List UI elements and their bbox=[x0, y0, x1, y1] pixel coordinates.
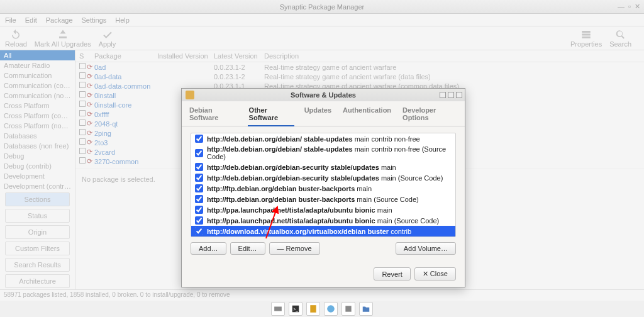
repo-checkbox[interactable] bbox=[195, 163, 203, 171]
category-item[interactable]: Communication (contrib) bbox=[0, 81, 75, 91]
category-item[interactable]: Communication bbox=[0, 70, 75, 81]
taskbar-app-5[interactable] bbox=[341, 302, 355, 316]
dialog-tabs: Debian Software Other Software Updates A… bbox=[182, 101, 465, 126]
category-item[interactable]: Development bbox=[0, 171, 75, 181]
dialog-maximize-icon[interactable] bbox=[448, 92, 454, 98]
dialog-title-bar[interactable]: Software & Updates bbox=[182, 89, 465, 101]
search-icon bbox=[615, 29, 626, 40]
repo-checkbox[interactable] bbox=[195, 195, 203, 203]
svg-text:>_: >_ bbox=[294, 307, 299, 312]
reload-button[interactable]: Reload bbox=[5, 29, 27, 48]
search-button[interactable]: Search bbox=[609, 29, 631, 48]
repo-checkbox[interactable] bbox=[195, 227, 203, 235]
dialog-icon bbox=[186, 91, 194, 99]
category-item[interactable]: Amateur Radio bbox=[0, 60, 75, 70]
software-updates-dialog: Software & Updates Debian Software Other… bbox=[181, 88, 465, 287]
add-button[interactable]: Add… bbox=[191, 242, 226, 255]
revert-button[interactable]: Revert bbox=[374, 267, 410, 281]
repo-checkbox[interactable] bbox=[195, 135, 203, 143]
properties-button[interactable]: Properties bbox=[570, 29, 602, 48]
maximize-icon[interactable]: ▫ bbox=[628, 3, 631, 11]
repo-checkbox[interactable] bbox=[195, 216, 203, 225]
package-row[interactable]: ⟳0ad-data0.0.23.1-2Real-time strategy ga… bbox=[75, 72, 644, 81]
repo-checkbox[interactable] bbox=[195, 206, 203, 214]
taskbar-app-1[interactable] bbox=[271, 302, 285, 316]
taskbar-app-3[interactable] bbox=[306, 302, 320, 316]
remove-button[interactable]: — Remove bbox=[269, 242, 320, 255]
tab-updates[interactable]: Updates bbox=[303, 104, 333, 126]
sidebar-btn-custom-filters[interactable]: Custom Filters bbox=[5, 242, 70, 255]
mark-upgrades-button[interactable]: Mark All Upgrades bbox=[35, 29, 91, 48]
sidebar: AllAmateur RadioCommunicationCommunicati… bbox=[0, 50, 75, 289]
repo-checkbox[interactable] bbox=[195, 174, 203, 182]
category-item[interactable]: All bbox=[0, 50, 75, 60]
status-bar: 58971 packages listed, 1858 installed, 0… bbox=[0, 289, 644, 301]
sidebar-btn-status[interactable]: Status bbox=[5, 209, 70, 223]
menu-settings[interactable]: Settings bbox=[82, 16, 107, 24]
menu-package[interactable]: Package bbox=[46, 16, 73, 24]
category-item[interactable]: Databases bbox=[0, 131, 75, 141]
svg-point-4 bbox=[327, 305, 335, 313]
svg-rect-5 bbox=[345, 306, 351, 311]
category-item[interactable]: Databases (non free) bbox=[0, 141, 75, 151]
properties-icon bbox=[580, 29, 592, 40]
repo-checkbox[interactable] bbox=[195, 149, 203, 157]
package-row[interactable]: ⟳0ad0.0.23.1-2Real-time strategy game of… bbox=[75, 62, 644, 72]
dialog-minimize-icon[interactable] bbox=[440, 92, 446, 98]
repo-item[interactable]: http://ppa.launchpad.net/tista/adapta/ub… bbox=[191, 215, 455, 226]
menu-bar: File Edit Package Settings Help bbox=[0, 14, 644, 26]
category-item[interactable]: Communication (non free) bbox=[0, 91, 75, 101]
svg-rect-0 bbox=[274, 307, 282, 311]
apply-icon bbox=[102, 29, 113, 40]
reload-icon bbox=[10, 29, 21, 40]
tab-debian-software[interactable]: Debian Software bbox=[188, 104, 239, 126]
menu-help[interactable]: Help bbox=[115, 16, 130, 24]
tab-authentication[interactable]: Authentication bbox=[341, 104, 392, 126]
sidebar-btn-architecture[interactable]: Architecture bbox=[5, 274, 70, 288]
repo-item[interactable]: http://deb.debian.org/debian-security st… bbox=[191, 172, 455, 183]
repo-item[interactable]: http://deb.debian.org/debian/ stable-upd… bbox=[191, 133, 455, 144]
toolbar: Reload Mark All Upgrades Apply Propertie… bbox=[0, 26, 644, 50]
repository-list[interactable]: http://deb.debian.org/debian/ stable-upd… bbox=[191, 133, 456, 237]
taskbar-app-4[interactable] bbox=[324, 302, 338, 316]
repo-item[interactable]: http://ftp.debian.org/debian buster-back… bbox=[191, 194, 455, 204]
category-item[interactable]: Cross Platform (contrib) bbox=[0, 111, 75, 121]
repo-checkbox[interactable] bbox=[195, 184, 203, 192]
title-bar: Synaptic Package Manager — ▫ ✕ bbox=[0, 0, 644, 14]
minimize-icon[interactable]: — bbox=[618, 3, 625, 11]
tab-other-software[interactable]: Other Software bbox=[248, 104, 294, 126]
taskbar: >_ bbox=[0, 301, 644, 317]
sidebar-btn-sections[interactable]: Sections bbox=[5, 192, 70, 206]
menu-edit[interactable]: Edit bbox=[25, 16, 37, 24]
close-button[interactable]: ✕ Close bbox=[414, 267, 456, 281]
taskbar-app-6[interactable] bbox=[359, 302, 373, 316]
sidebar-btn-search-results[interactable]: Search Results bbox=[5, 258, 70, 272]
category-item[interactable]: Development (contrib) bbox=[0, 181, 75, 191]
repo-item[interactable]: http://deb.debian.org/debian-security st… bbox=[191, 162, 455, 172]
mark-icon bbox=[57, 29, 69, 40]
dialog-title: Software & Updates bbox=[291, 91, 356, 99]
svg-rect-3 bbox=[310, 305, 316, 313]
category-item[interactable]: Cross Platform bbox=[0, 101, 75, 111]
repo-item[interactable]: http://deb.debian.org/debian/ stable-upd… bbox=[191, 144, 455, 162]
category-item[interactable]: Cross Platform (non free) bbox=[0, 121, 75, 131]
category-item[interactable]: Debug (contrib) bbox=[0, 161, 75, 171]
category-item[interactable]: Debug bbox=[0, 151, 75, 161]
apply-button[interactable]: Apply bbox=[99, 29, 116, 48]
package-list-header: S Package Installed Version Latest Versi… bbox=[75, 50, 644, 62]
edit-button[interactable]: Edit… bbox=[230, 242, 265, 255]
repo-item[interactable]: http://download.virtualbox.org/virtualbo… bbox=[191, 226, 455, 236]
sidebar-btn-origin[interactable]: Origin bbox=[5, 225, 70, 239]
repo-item[interactable]: http://ppa.launchpad.net/tista/adapta/ub… bbox=[191, 204, 455, 215]
dialog-close-icon[interactable] bbox=[456, 92, 462, 98]
close-icon[interactable]: ✕ bbox=[635, 3, 640, 11]
add-volume-button[interactable]: Add Volume… bbox=[396, 242, 456, 255]
menu-file[interactable]: File bbox=[5, 16, 16, 24]
tab-developer-options[interactable]: Developer Options bbox=[401, 104, 458, 126]
taskbar-app-2[interactable]: >_ bbox=[289, 302, 303, 316]
repo-item[interactable]: http://ftp.debian.org/debian buster-back… bbox=[191, 183, 455, 194]
window-title: Synaptic Package Manager bbox=[280, 3, 365, 11]
